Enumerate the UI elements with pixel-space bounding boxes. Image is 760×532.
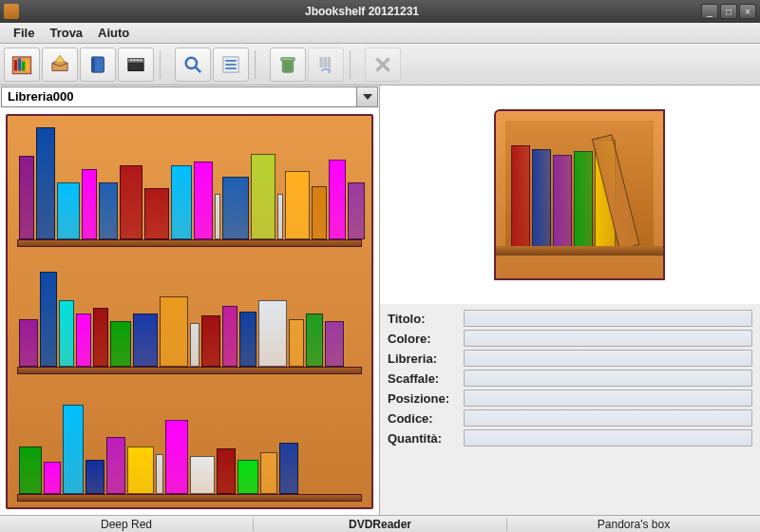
svg-point-9: [130, 59, 132, 61]
open-box-button[interactable]: [42, 48, 78, 82]
delete-x-button: [365, 48, 401, 82]
svg-point-13: [186, 57, 197, 67]
field-value[interactable]: [464, 409, 752, 427]
combo-dropdown-button[interactable]: [356, 87, 377, 106]
field-label: Colore:: [388, 332, 464, 346]
combo-value: Libreria000: [2, 87, 356, 106]
video-button[interactable]: [118, 48, 154, 82]
book-spine[interactable]: [285, 171, 310, 239]
book-spine[interactable]: [289, 319, 304, 367]
book-spine[interactable]: [127, 446, 154, 494]
field-value[interactable]: [464, 390, 752, 407]
book-spine[interactable]: [238, 460, 258, 494]
book-spine[interactable]: [110, 321, 131, 367]
book-spine[interactable]: [222, 177, 249, 239]
field-value[interactable]: [464, 330, 752, 347]
book-spine[interactable]: [133, 314, 158, 367]
menubar: File Trova Aiuto: [0, 23, 760, 44]
menu-aiuto[interactable]: Aiuto: [90, 24, 137, 42]
shelf-row-3: [17, 374, 362, 496]
window-title: Jbookshelf 20121231: [25, 5, 699, 18]
book-spine[interactable]: [239, 312, 256, 367]
book-spine[interactable]: [63, 405, 84, 494]
book-spine[interactable]: [44, 462, 61, 494]
book-spine[interactable]: [201, 315, 220, 367]
preview-book: [574, 151, 593, 250]
book-spine[interactable]: [36, 127, 55, 239]
book-spine[interactable]: [194, 162, 213, 239]
svg-rect-20: [281, 57, 295, 60]
field-value[interactable]: [464, 429, 752, 446]
book-spine[interactable]: [312, 186, 327, 239]
search-button[interactable]: [175, 48, 211, 82]
book-spine[interactable]: [106, 437, 125, 494]
status-cell[interactable]: Pandora's box: [507, 518, 760, 531]
svg-rect-24: [320, 56, 323, 66]
book-spine[interactable]: [190, 323, 200, 367]
shelf-row-2: [17, 247, 362, 369]
field-value[interactable]: [464, 370, 752, 387]
book-spine[interactable]: [222, 306, 238, 367]
menu-trova[interactable]: Trova: [42, 24, 90, 42]
book-spine[interactable]: [171, 165, 192, 239]
book-spine[interactable]: [160, 296, 188, 367]
svg-point-11: [137, 59, 139, 61]
book-button[interactable]: [80, 48, 116, 82]
book-spine[interactable]: [19, 446, 42, 494]
book-spine[interactable]: [57, 182, 80, 239]
status-bar: Deep RedDVDReaderPandora's box: [0, 515, 760, 532]
book-spine[interactable]: [251, 154, 276, 239]
minimize-button[interactable]: _: [701, 4, 718, 19]
book-spine[interactable]: [144, 188, 169, 239]
book-spine[interactable]: [99, 182, 118, 239]
book-spine[interactable]: [40, 272, 57, 367]
svg-rect-6: [92, 56, 95, 71]
book-spine[interactable]: [165, 420, 188, 494]
trash-button[interactable]: [270, 48, 306, 82]
book-spine[interactable]: [277, 194, 283, 239]
svg-rect-3: [22, 61, 25, 70]
book-spine[interactable]: [19, 156, 34, 239]
preview-book: [553, 155, 572, 250]
library-combo[interactable]: Libreria000: [1, 86, 378, 107]
book-spine[interactable]: [348, 182, 365, 239]
svg-rect-26: [328, 56, 331, 66]
book-spine[interactable]: [258, 300, 287, 367]
field-value[interactable]: [464, 310, 752, 327]
right-pane: Titolo:Colore:Libreria:Scaffale:Posizion…: [380, 86, 760, 515]
field-value[interactable]: [464, 350, 752, 367]
status-cell[interactable]: Deep Red: [0, 518, 254, 531]
book-spine[interactable]: [215, 194, 220, 239]
bookshelf-button[interactable]: [4, 48, 40, 82]
book-spine[interactable]: [217, 448, 236, 494]
maximize-button[interactable]: □: [720, 4, 737, 19]
detail-form: Titolo:Colore:Libreria:Scaffale:Posizion…: [380, 304, 760, 515]
svg-point-12: [140, 59, 142, 61]
app-icon: [4, 4, 19, 19]
book-spine[interactable]: [59, 300, 74, 367]
book-spine[interactable]: [260, 452, 277, 494]
toolbar: [0, 44, 760, 86]
book-spine[interactable]: [120, 165, 142, 239]
book-spine[interactable]: [329, 160, 346, 239]
menu-file[interactable]: File: [6, 24, 42, 42]
book-spine[interactable]: [93, 308, 108, 367]
bookshelf-view[interactable]: [0, 108, 379, 515]
status-cell[interactable]: DVDReader: [254, 518, 507, 531]
book-spine[interactable]: [82, 169, 97, 239]
books-arrow-button: [308, 48, 344, 82]
book-spine[interactable]: [325, 321, 344, 367]
left-pane: Libreria000: [0, 86, 380, 515]
book-spine[interactable]: [279, 443, 298, 494]
close-button[interactable]: ×: [739, 4, 756, 19]
svg-rect-8: [128, 58, 143, 62]
book-spine[interactable]: [76, 314, 91, 367]
book-spine[interactable]: [190, 456, 215, 494]
field-label: Quantità:: [388, 431, 464, 446]
list-button[interactable]: [213, 48, 249, 82]
field-label: Posizione:: [388, 391, 464, 406]
book-spine[interactable]: [19, 319, 38, 367]
book-spine[interactable]: [86, 460, 104, 494]
book-spine[interactable]: [156, 454, 163, 494]
book-spine[interactable]: [306, 314, 323, 367]
